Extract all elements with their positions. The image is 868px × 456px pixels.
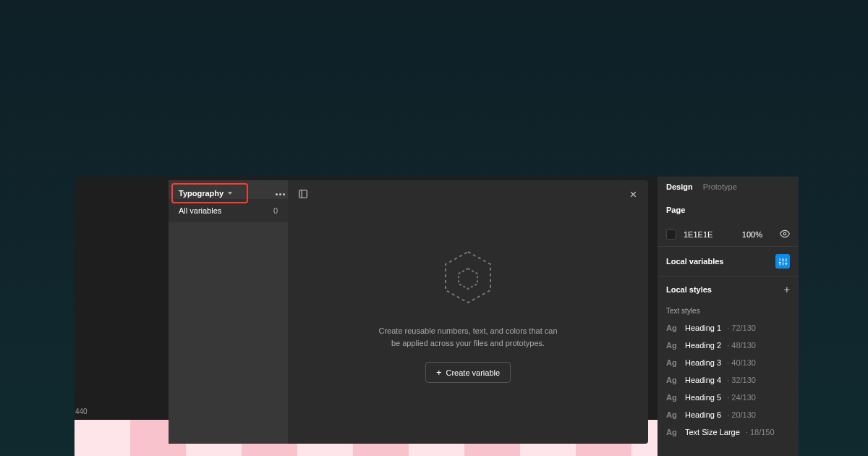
variables-hexagon-icon bbox=[443, 250, 493, 308]
variables-sidebar: Typography All variables 0 bbox=[169, 180, 288, 444]
text-style-meta: · 48/130 bbox=[727, 341, 756, 350]
text-style-meta: · 72/130 bbox=[727, 324, 756, 332]
create-variable-label: Create variable bbox=[446, 368, 501, 377]
page-background-row[interactable]: 1E1E1E 100% bbox=[658, 221, 799, 246]
collection-dropdown-label: Typography bbox=[179, 189, 224, 198]
text-style-item[interactable]: AgHeading 4 · 32/130 bbox=[658, 371, 799, 389]
add-style-icon[interactable]: + bbox=[784, 284, 790, 295]
empty-state: Create reusable numbers, text, and color… bbox=[288, 211, 648, 444]
svg-point-0 bbox=[783, 232, 786, 235]
svg-rect-10 bbox=[299, 190, 307, 198]
text-style-ag-icon: Ag bbox=[666, 393, 679, 402]
visibility-icon[interactable] bbox=[780, 229, 790, 240]
text-style-ag-icon: Ag bbox=[666, 376, 679, 384]
text-style-ag-icon: Ag bbox=[666, 358, 679, 367]
local-variables-label: Local variables bbox=[666, 257, 724, 266]
text-style-meta: · 20/130 bbox=[727, 410, 756, 419]
text-style-item[interactable]: AgHeading 1 · 72/130 bbox=[658, 319, 799, 337]
variables-main: Create reusable numbers, text, and color… bbox=[288, 180, 648, 444]
text-style-meta: · 32/130 bbox=[727, 376, 756, 384]
sidebar-toggle-icon[interactable] bbox=[298, 189, 308, 202]
text-style-name: Heading 2 bbox=[685, 341, 721, 350]
more-options-icon[interactable] bbox=[273, 190, 288, 198]
artboard-width-label: 440 bbox=[75, 408, 88, 415]
create-variable-button[interactable]: + Create variable bbox=[425, 362, 511, 383]
collection-dropdown[interactable]: Typography bbox=[171, 183, 248, 203]
text-style-meta: · 24/130 bbox=[727, 393, 756, 402]
all-variables-count: 0 bbox=[273, 206, 278, 215]
page-opacity[interactable]: 100% bbox=[742, 230, 762, 239]
text-style-ag-icon: Ag bbox=[666, 324, 679, 332]
svg-marker-15 bbox=[459, 269, 477, 289]
text-style-name: Heading 4 bbox=[685, 376, 721, 384]
close-icon[interactable] bbox=[629, 190, 638, 201]
text-style-name: Heading 5 bbox=[685, 393, 721, 402]
svg-marker-14 bbox=[446, 252, 490, 303]
chevron-down-icon bbox=[228, 192, 232, 195]
text-style-item[interactable]: AgText Size Large · 18/150 bbox=[658, 423, 799, 441]
text-style-item[interactable]: AgHeading 6 · 20/130 bbox=[658, 406, 799, 423]
text-style-name: Text Size Large bbox=[685, 428, 740, 436]
text-style-ag-icon: Ag bbox=[666, 410, 679, 419]
text-style-meta: · 18/150 bbox=[746, 428, 775, 436]
text-style-item[interactable]: AgHeading 5 · 24/130 bbox=[658, 389, 799, 406]
page-color-hex[interactable]: 1E1E1E bbox=[684, 230, 712, 239]
text-style-item[interactable]: AgHeading 2 · 48/130 bbox=[658, 337, 799, 354]
text-style-ag-icon: Ag bbox=[666, 341, 679, 350]
tab-design[interactable]: Design bbox=[666, 182, 693, 191]
all-variables-label: All variables bbox=[179, 206, 221, 215]
text-style-name: Heading 3 bbox=[685, 358, 721, 367]
variables-panel: Typography All variables 0 bbox=[169, 180, 648, 444]
tab-prototype[interactable]: Prototype bbox=[703, 182, 737, 191]
text-style-name: Heading 6 bbox=[685, 410, 721, 419]
text-style-meta: · 40/130 bbox=[727, 358, 756, 367]
empty-state-text: Create reusable numbers, text, and color… bbox=[374, 325, 562, 349]
plus-icon: + bbox=[436, 368, 442, 377]
text-styles-header: Text styles bbox=[658, 303, 799, 319]
page-section-label: Page bbox=[666, 206, 790, 214]
text-style-item[interactable]: AgHeading 3 · 40/130 bbox=[658, 354, 799, 371]
variables-settings-button[interactable] bbox=[775, 254, 790, 269]
text-style-name: Heading 1 bbox=[685, 324, 721, 332]
inspector-tabs: Design Prototype bbox=[658, 177, 799, 198]
text-style-ag-icon: Ag bbox=[666, 428, 679, 436]
text-styles-list: AgHeading 1 · 72/130AgHeading 2 · 48/130… bbox=[658, 319, 799, 441]
color-swatch[interactable] bbox=[666, 229, 676, 240]
local-styles-label: Local styles bbox=[666, 285, 712, 294]
inspector-panel: Design Prototype Page 1E1E1E 100% Local … bbox=[658, 177, 799, 456]
